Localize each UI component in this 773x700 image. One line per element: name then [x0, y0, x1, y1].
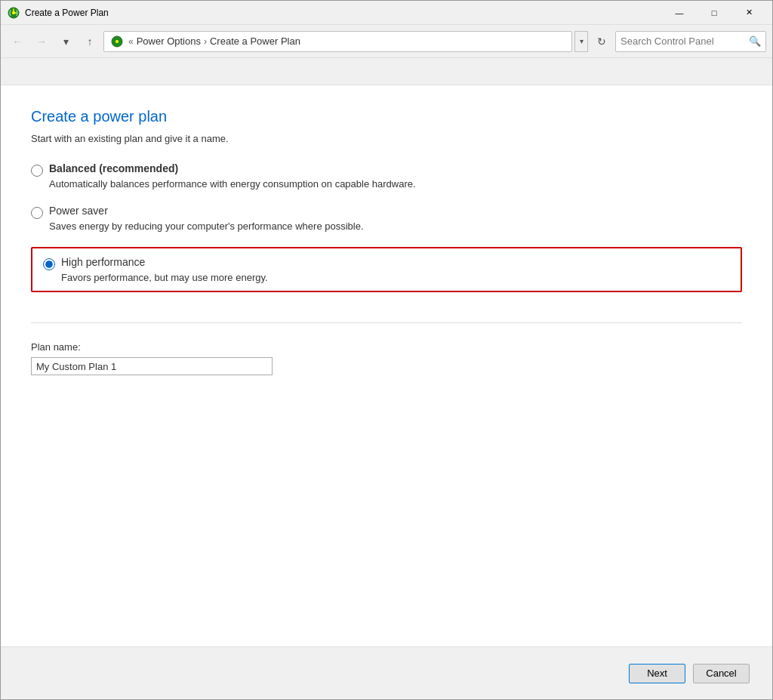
plan-name-section: Plan name:: [31, 341, 742, 375]
back-button[interactable]: ←: [7, 31, 28, 52]
plan-name-input[interactable]: [31, 357, 273, 375]
maximize-button[interactable]: □: [697, 1, 731, 25]
subtitle: Start with an existing plan and give it …: [31, 133, 742, 144]
page-title: Create a power plan: [31, 108, 742, 125]
divider: [31, 322, 742, 323]
plan-option-balanced-row: Balanced (recommended): [31, 162, 742, 177]
forward-button[interactable]: →: [31, 31, 52, 52]
power-saver-label[interactable]: Power saver: [49, 205, 108, 217]
breadcrumb-separator: «: [128, 36, 134, 47]
high-performance-radio[interactable]: [43, 258, 55, 270]
dropdown-recent-button[interactable]: ▾: [55, 31, 76, 52]
address-input[interactable]: « Power Options › Create a Power Plan: [103, 31, 572, 52]
plan-name-label: Plan name:: [31, 341, 742, 353]
search-icon: 🔍: [749, 35, 761, 47]
power-saver-radio[interactable]: [31, 207, 43, 219]
svg-point-1: [12, 11, 15, 14]
close-button[interactable]: ✕: [731, 1, 766, 25]
breadcrumb-arrow: ›: [204, 36, 207, 47]
address-dropdown-icon: ▾: [580, 37, 584, 45]
plan-option-balanced: Balanced (recommended) Automatically bal…: [31, 162, 742, 190]
address-bar: ← → ▾ ↑ « Power Options › Create a P: [1, 25, 772, 58]
svg-point-3: [115, 40, 119, 43]
main-content: Create a power plan Start with an existi…: [1, 85, 772, 646]
breadcrumb-current: Create a Power Plan: [210, 35, 300, 47]
balanced-description: Automatically balances performance with …: [49, 178, 742, 190]
plan-option-highperf-row: High performance: [43, 256, 730, 270]
forward-icon: →: [36, 35, 47, 48]
minimize-button[interactable]: —: [662, 1, 697, 25]
back-icon: ←: [12, 35, 23, 48]
cancel-button[interactable]: Cancel: [693, 664, 750, 683]
address-dropdown-button[interactable]: ▾: [574, 31, 588, 52]
up-button[interactable]: ↑: [79, 31, 100, 52]
search-box[interactable]: 🔍: [615, 31, 766, 52]
next-button[interactable]: Next: [629, 664, 685, 683]
toolbar: [1, 58, 772, 85]
refresh-icon: ↻: [597, 35, 606, 48]
title-bar: Create a Power Plan — □ ✕: [1, 1, 772, 25]
plan-option-powersaver: Power saver Saves energy by reducing you…: [31, 205, 742, 232]
up-icon: ↑: [88, 35, 93, 48]
breadcrumb-parent[interactable]: Power Options: [137, 35, 201, 47]
refresh-button[interactable]: ↻: [591, 31, 612, 52]
dropdown-icon: ▾: [63, 35, 69, 48]
plan-option-powersaver-row: Power saver: [31, 205, 742, 219]
window-icon: [7, 6, 20, 20]
high-performance-label[interactable]: High performance: [61, 256, 145, 268]
power-saver-description: Saves energy by reducing your computer's…: [49, 220, 742, 232]
balanced-radio[interactable]: [31, 165, 43, 177]
high-performance-box: High performance Favors performance, but…: [31, 247, 742, 292]
window: Create a Power Plan — □ ✕ ← → ▾ ↑: [0, 0, 773, 700]
breadcrumb: « Power Options › Create a Power Plan: [110, 35, 565, 48]
window-title: Create a Power Plan: [25, 8, 662, 18]
balanced-label[interactable]: Balanced (recommended): [49, 162, 178, 174]
window-controls: — □ ✕: [662, 1, 766, 25]
footer: Next Cancel: [1, 646, 772, 699]
search-input[interactable]: [621, 35, 746, 47]
high-performance-description: Favors performance, but may use more ene…: [61, 272, 730, 283]
breadcrumb-icon: [110, 35, 124, 48]
